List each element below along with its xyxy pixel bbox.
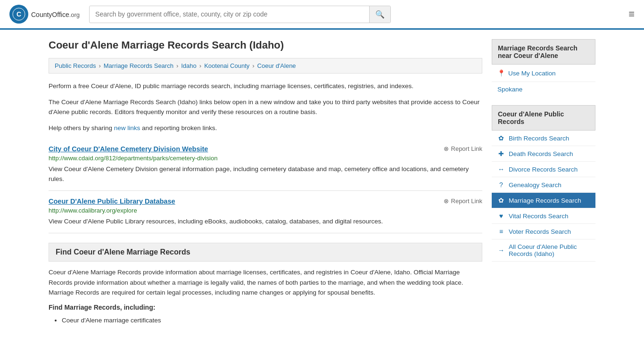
logo[interactable]: C CountyOffice.org xyxy=(9,5,80,24)
description-1: Perform a free Coeur d'Alene, ID public … xyxy=(49,81,482,91)
sidebar-item-marriage-label: Marriage Records Search xyxy=(509,197,581,204)
link-card-1-desc: View Coeur d'Alene Public Library resour… xyxy=(49,217,482,226)
search-button[interactable]: 🔍 xyxy=(369,6,390,23)
all-records-icon: → xyxy=(497,247,505,254)
sidebar-nearby-section: Marriage Records Search near Coeur d'Ale… xyxy=(492,39,595,97)
sidebar-item-divorce-label: Divorce Records Search xyxy=(509,166,578,173)
sidebar-item-marriage-records[interactable]: ✿ Marriage Records Search xyxy=(492,193,595,208)
new-links-link[interactable]: new links xyxy=(114,124,140,132)
sidebar-item-birth-records[interactable]: ✿ Birth Records Search xyxy=(492,131,595,146)
report-icon-1: ⊗ xyxy=(444,197,449,205)
sidebar-item-genealogy[interactable]: ? Genealogy Search xyxy=(492,177,595,193)
sidebar-item-voter-records[interactable]: ≡ Voter Records Search xyxy=(492,224,595,239)
voter-records-icon: ≡ xyxy=(497,228,505,235)
search-input[interactable] xyxy=(90,7,369,22)
sidebar: Marriage Records Search near Coeur d'Ale… xyxy=(492,39,595,326)
link-card-1-url: http://www.cdalibrary.org/explore xyxy=(49,207,482,214)
link-card-1-title[interactable]: Coeur D'Alene Public Library Database xyxy=(49,197,175,205)
logo-icon: C xyxy=(9,5,28,24)
location-icon: 📍 xyxy=(497,69,505,77)
sidebar-item-genealogy-label: Genealogy Search xyxy=(509,181,561,189)
birth-records-icon: ✿ xyxy=(497,134,505,142)
find-section-body: Coeur d'Alene Marriage Records provide i… xyxy=(49,267,482,298)
link-cards: City of Coeur D'Alene Cemetery Division … xyxy=(49,139,482,233)
sidebar-item-birth-label: Birth Records Search xyxy=(509,135,569,142)
breadcrumb-public-records[interactable]: Public Records xyxy=(55,62,96,69)
sidebar-nearby-title: Marriage Records Search near Coeur d'Ale… xyxy=(492,39,595,65)
sidebar-item-divorce-records[interactable]: ↔ Divorce Records Search xyxy=(492,162,595,177)
find-bullet-list: Coeur d'Alene marriage certificates xyxy=(49,315,482,326)
bullet-item-0: Coeur d'Alene marriage certificates xyxy=(62,315,482,326)
logo-text: CountyOffice.org xyxy=(31,9,80,19)
sidebar-item-voter-label: Voter Records Search xyxy=(509,228,571,235)
sidebar-item-vital-records[interactable]: ♥ Vital Records Search xyxy=(492,208,595,224)
vital-records-icon: ♥ xyxy=(497,212,505,220)
genealogy-icon: ? xyxy=(497,181,505,189)
breadcrumb-coeur-dalene[interactable]: Coeur d'Alene xyxy=(257,62,296,69)
report-icon-0: ⊗ xyxy=(444,145,449,152)
menu-button[interactable]: ≡ xyxy=(628,9,635,19)
description-2: The Coeur d'Alene Marriage Records Searc… xyxy=(49,97,482,117)
sidebar-item-death-records[interactable]: ✚ Death Records Search xyxy=(492,146,595,162)
page-title: Coeur d'Alene Marriage Records Search (I… xyxy=(49,39,482,51)
report-link-0-button[interactable]: ⊗ Report Link xyxy=(444,145,482,152)
breadcrumb: Public Records › Marriage Records Search… xyxy=(49,58,482,74)
death-records-icon: ✚ xyxy=(497,150,505,157)
sidebar-item-all-records[interactable]: → All Coeur d'Alene Public Records (Idah… xyxy=(492,239,595,262)
content-area: Coeur d'Alene Marriage Records Search (I… xyxy=(49,39,482,326)
sidebar-nearby-link[interactable]: Spokane xyxy=(492,82,595,97)
find-section-heading: Find Coeur d'Alene Marriage Records xyxy=(49,243,482,262)
breadcrumb-marriage-records[interactable]: Marriage Records Search xyxy=(104,62,173,69)
link-card-0-url: http://www.cdaid.org/812/departments/par… xyxy=(49,155,482,162)
sidebar-item-death-label: Death Records Search xyxy=(509,150,573,157)
sidebar-item-vital-label: Vital Records Search xyxy=(509,213,569,220)
link-card-0-desc: View Coeur d'Alene Cemetery Division gen… xyxy=(49,165,482,184)
sidebar-use-my-location[interactable]: 📍 Use My Location xyxy=(492,65,595,82)
divorce-records-icon: ↔ xyxy=(497,165,505,173)
sidebar-public-records: Coeur d'Alene Public Records ✿ Birth Rec… xyxy=(492,105,595,262)
description-3: Help others by sharing new links and rep… xyxy=(49,123,482,133)
link-card-0: City of Coeur D'Alene Cemetery Division … xyxy=(49,139,482,191)
main-layout: Coeur d'Alene Marriage Records Search (I… xyxy=(39,30,605,336)
sidebar-item-all-label: All Coeur d'Alene Public Records (Idaho) xyxy=(509,243,590,257)
report-link-1-button[interactable]: ⊗ Report Link xyxy=(444,197,482,205)
svg-text:C: C xyxy=(17,10,21,18)
find-subsection-title: Find Marriage Records, including: xyxy=(49,304,482,311)
marriage-records-icon: ✿ xyxy=(497,197,505,204)
link-card-1: Coeur D'Alene Public Library Database ⊗ … xyxy=(49,191,482,233)
sidebar-public-records-title: Coeur d'Alene Public Records xyxy=(492,105,595,131)
header: C CountyOffice.org 🔍 ≡ xyxy=(0,0,644,30)
breadcrumb-idaho[interactable]: Idaho xyxy=(181,62,197,69)
link-card-0-title[interactable]: City of Coeur D'Alene Cemetery Division … xyxy=(49,145,208,153)
search-bar: 🔍 xyxy=(89,6,391,23)
breadcrumb-kootenai[interactable]: Kootenai County xyxy=(204,62,249,69)
